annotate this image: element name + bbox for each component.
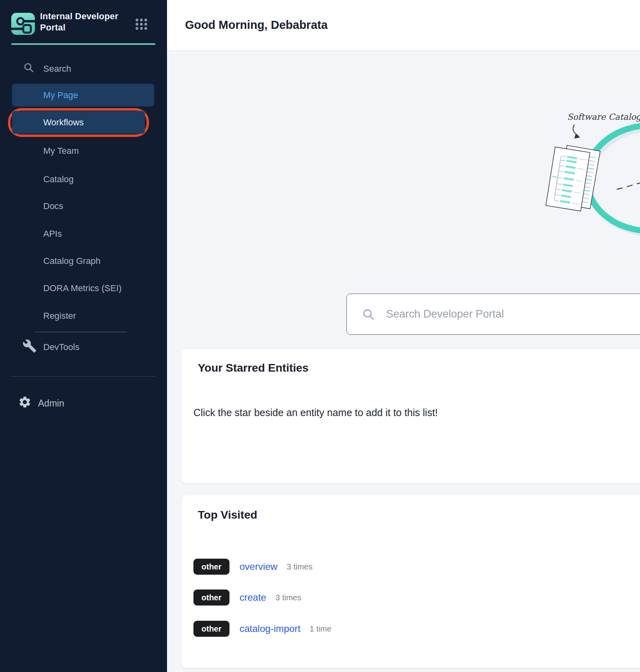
visit-count: 3 times bbox=[287, 562, 312, 571]
sidebar-item-label: Admin bbox=[0, 398, 64, 409]
top-visited-card: Top Visited other overview 3 times other… bbox=[181, 495, 640, 668]
sidebar-item-label: Register bbox=[0, 311, 76, 321]
portal-search-bar bbox=[346, 294, 640, 335]
sidebar-item-admin[interactable]: Admin bbox=[0, 390, 167, 416]
sidebar: Internal Developer Portal Search bbox=[0, 0, 167, 672]
sidebar-item-label: Workflows bbox=[12, 117, 84, 128]
sidebar-group-divider bbox=[34, 332, 127, 332]
sidebar-item-label: DORA Metrics (SEI) bbox=[0, 283, 122, 294]
sidebar-item-label: Catalog bbox=[0, 174, 74, 185]
sidebar-item-label: Docs bbox=[0, 201, 63, 211]
sidebar-item-label: My Page bbox=[12, 90, 78, 101]
sidebar-item-catalog[interactable]: Catalog bbox=[0, 166, 167, 193]
sidebar-accent-rule bbox=[11, 43, 155, 45]
sidebar-item-label: DevTools bbox=[0, 342, 79, 352]
greeting-title: Good Morning, Debabrata bbox=[185, 18, 328, 32]
starred-empty-message: Click the star beside an entity name to … bbox=[193, 407, 438, 418]
sidebar-item-workflows[interactable]: Workflows bbox=[12, 111, 145, 134]
sidebar-item-catalog-graph[interactable]: Catalog Graph bbox=[0, 248, 167, 274]
entity-link-create[interactable]: create bbox=[239, 592, 266, 603]
illustration-caption: Software Catalog bbox=[567, 112, 640, 122]
sidebar-item-my-page[interactable]: My Page bbox=[12, 84, 154, 107]
sidebar-item-docs[interactable]: Docs bbox=[0, 193, 167, 219]
entity-link-catalog-import[interactable]: catalog-import bbox=[239, 623, 300, 634]
caption-arrow bbox=[573, 125, 578, 136]
search-icon bbox=[23, 62, 34, 76]
sidebar-item-dora-metrics[interactable]: DORA Metrics (SEI) bbox=[0, 275, 167, 302]
app-window: Internal Developer Portal Search bbox=[0, 0, 640, 672]
sidebar-item-label: Catalog Graph bbox=[0, 256, 101, 266]
top-visited-row: other overview 3 times bbox=[193, 559, 312, 575]
sidebar-item-my-team[interactable]: My Team bbox=[0, 138, 167, 164]
search-input[interactable] bbox=[385, 308, 611, 321]
entity-link-overview[interactable]: overview bbox=[239, 561, 278, 572]
visit-count: 1 time bbox=[310, 624, 331, 634]
kind-badge: other bbox=[193, 559, 229, 575]
card-title: Your Starred Entities bbox=[198, 362, 308, 374]
card-title: Top Visited bbox=[198, 509, 257, 521]
wrench-icon bbox=[22, 339, 37, 356]
sidebar-item-search[interactable]: Search bbox=[0, 56, 167, 82]
top-visited-row: other create 3 times bbox=[193, 590, 301, 606]
sidebar-item-label: Search bbox=[0, 64, 71, 74]
gear-icon bbox=[18, 395, 32, 411]
app-logo-icon bbox=[11, 13, 35, 35]
sidebar-item-register[interactable]: Register bbox=[0, 303, 167, 329]
kind-badge: other bbox=[193, 621, 229, 637]
sidebar-item-label: APIs bbox=[0, 229, 62, 239]
top-visited-row: other catalog-import 1 time bbox=[193, 621, 332, 637]
apps-grid-icon[interactable] bbox=[135, 18, 148, 32]
software-catalog-illustration: Software Catalog bbox=[541, 102, 640, 242]
kind-badge: other bbox=[193, 590, 229, 606]
app-title: Internal Developer Portal bbox=[40, 11, 132, 33]
sidebar-item-devtools[interactable]: DevTools bbox=[0, 334, 167, 360]
sidebar-bottom-divider bbox=[11, 376, 156, 377]
ring-shadow bbox=[589, 128, 640, 234]
sidebar-item-apis[interactable]: APIs bbox=[0, 221, 167, 247]
starred-entities-card: Your Starred Entities Click the star bes… bbox=[181, 349, 640, 483]
visit-count: 3 times bbox=[276, 593, 301, 602]
search-icon bbox=[362, 308, 375, 321]
dashed-connector bbox=[617, 183, 640, 189]
sidebar-item-label: My Team bbox=[0, 146, 79, 156]
